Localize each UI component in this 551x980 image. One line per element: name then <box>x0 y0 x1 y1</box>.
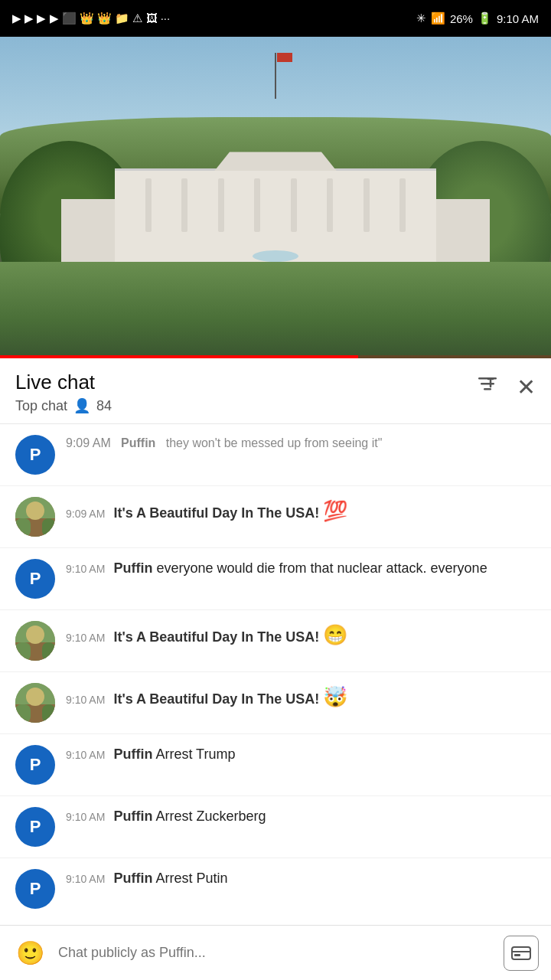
status-bar-icons: ▶ ▶ ▶ ▶ ⬛ 👑 👑 📁 ⚠ 🖼 ··· <box>12 11 170 25</box>
chat-input-field[interactable] <box>58 935 493 972</box>
svg-rect-20 <box>512 947 530 959</box>
message-body: everyone would die from that nuclear att… <box>156 560 487 576</box>
chat-message: 9:09 AM It's A Beautiful Day In The USA!… <box>0 486 551 548</box>
message-user: It's A Beautiful Day In The USA! <box>113 629 319 645</box>
message-body: Arrest Putin <box>155 871 227 886</box>
chat-header: Live chat Top chat 👤 84 ✕ <box>0 358 551 424</box>
wifi-icon: 📶 <box>431 11 445 25</box>
building-columns <box>115 171 436 232</box>
message-emoji: 💯 <box>323 499 347 522</box>
column <box>291 178 297 232</box>
message-time: 9:10 AM <box>66 694 105 706</box>
emoji-button[interactable]: 🙂 <box>12 936 47 971</box>
message-user: It's A Beautiful Day In The USA! <box>113 505 319 521</box>
avatar: P <box>15 745 55 785</box>
column <box>399 178 406 232</box>
chat-title: Live chat <box>15 371 112 394</box>
svg-rect-1 <box>481 383 494 385</box>
video-progress-bar[interactable] <box>0 355 551 358</box>
flag <box>277 53 292 62</box>
chat-message: P 9:10 AM Puffin Arrest Trump <box>0 734 551 796</box>
viewers-icon: 👤 <box>73 397 90 414</box>
bluetooth-icon: ✳ <box>416 11 426 25</box>
message-user: Puffin <box>113 560 152 576</box>
message-text: 9:10 AM Puffin Arrest Trump <box>66 745 536 764</box>
truncated-text: 9:09 AM Puffin they won't be messed up f… <box>66 435 536 452</box>
message-user: It's A Beautiful Day In The USA! <box>113 691 319 707</box>
status-bar: ▶ ▶ ▶ ▶ ⬛ 👑 👑 📁 ⚠ 🖼 ··· ✳ 📶 26% 🔋 9:10 A… <box>0 0 551 37</box>
svg-rect-22 <box>514 954 520 956</box>
chat-message: 9:10 AM It's A Beautiful Day In The USA!… <box>0 672 551 734</box>
message-content: 9:10 AM Puffin Arrest Zuckerberg <box>66 807 536 826</box>
video-content <box>0 37 551 358</box>
message-emoji: 🤯 <box>323 685 347 708</box>
message-content: 9:10 AM Puffin everyone would die from t… <box>66 559 536 578</box>
chat-message: 9:10 AM It's A Beautiful Day In The USA!… <box>0 610 551 672</box>
message-content: 9:10 AM Puffin Arrest Putin <box>66 869 536 888</box>
message-content: 9:10 AM It's A Beautiful Day In The USA!… <box>66 621 536 648</box>
battery-icon: 🔋 <box>478 11 492 25</box>
filter-button[interactable] <box>477 374 498 400</box>
close-button[interactable]: ✕ <box>517 374 536 400</box>
avatar: P <box>15 559 55 599</box>
message-body: Arrest Zuckerberg <box>155 808 266 824</box>
svg-rect-13 <box>15 642 31 661</box>
svg-point-7 <box>26 501 44 520</box>
avatar <box>15 497 55 537</box>
chat-message: P 9:10 AM Puffin everyone would die from… <box>0 548 551 610</box>
chat-message: P 9:10 AM Puffin Arrest Putin <box>0 858 551 920</box>
message-content: 9:10 AM It's A Beautiful Day In The USA!… <box>66 683 536 710</box>
chat-message: P 9:09 AM Puffin they won't be messed up… <box>0 424 551 486</box>
message-text: 9:10 AM It's A Beautiful Day In The USA!… <box>66 621 536 648</box>
message-body: Arrest Trump <box>155 746 235 762</box>
message-text: 9:10 AM Puffin Arrest Zuckerberg <box>66 807 536 826</box>
svg-rect-9 <box>42 518 55 537</box>
message-text: 9:10 AM It's A Beautiful Day In The USA!… <box>66 683 536 710</box>
chat-header-left: Live chat Top chat 👤 84 <box>15 371 112 414</box>
viewers-count: 84 <box>96 398 112 414</box>
lawn <box>0 262 551 358</box>
svg-rect-18 <box>15 704 31 723</box>
message-emoji: 😁 <box>323 623 347 646</box>
column <box>364 178 370 232</box>
message-user: Puffin <box>113 808 152 824</box>
message-time: 9:10 AM <box>66 811 105 823</box>
avatar: P <box>15 807 55 847</box>
svg-point-12 <box>26 626 44 644</box>
message-time: 9:10 AM <box>66 563 105 575</box>
video-player[interactable] <box>0 37 551 358</box>
message-text: 9:09 AM It's A Beautiful Day In The USA!… <box>66 497 536 524</box>
chat-sub-header: Top chat 👤 84 <box>15 397 112 414</box>
avatar: P <box>15 869 55 909</box>
message-text: 9:10 AM Puffin everyone would die from t… <box>66 559 536 578</box>
chat-input-bar: 🙂 <box>0 925 551 980</box>
message-content: 9:09 AM Puffin they won't be messed up f… <box>66 435 536 452</box>
message-time: 9:10 AM <box>66 749 105 761</box>
fountain <box>253 250 298 262</box>
svg-point-17 <box>26 688 44 706</box>
flag-pole <box>275 53 276 99</box>
message-user: Puffin <box>113 871 152 886</box>
app-icons: ▶ ▶ ▶ ▶ ⬛ 👑 👑 📁 ⚠ 🖼 ··· <box>12 11 170 25</box>
battery-percent: 26% <box>450 12 473 25</box>
message-content: 9:10 AM Puffin Arrest Trump <box>66 745 536 764</box>
avatar <box>15 621 55 661</box>
message-time: 9:09 AM <box>66 508 105 520</box>
avatar: P <box>15 435 55 475</box>
message-text: 9:10 AM Puffin Arrest Putin <box>66 869 536 888</box>
top-chat-label: Top chat <box>15 398 67 414</box>
svg-rect-2 <box>484 388 491 390</box>
superchat-button[interactable] <box>504 936 539 971</box>
message-user: Puffin <box>113 746 152 762</box>
svg-rect-8 <box>15 518 31 537</box>
live-chat-panel: Live chat Top chat 👤 84 ✕ <box>0 358 551 980</box>
column <box>145 178 152 232</box>
column <box>218 178 224 232</box>
message-content: 9:09 AM It's A Beautiful Day In The USA!… <box>66 497 536 524</box>
status-bar-info: ✳ 📶 26% 🔋 9:10 AM <box>416 11 539 25</box>
chat-message: P 9:10 AM Puffin Arrest Zuckerberg <box>0 796 551 858</box>
message-time: 9:10 AM <box>66 873 105 885</box>
column <box>254 178 260 232</box>
svg-rect-19 <box>42 704 55 723</box>
chat-header-actions: ✕ <box>477 374 536 400</box>
